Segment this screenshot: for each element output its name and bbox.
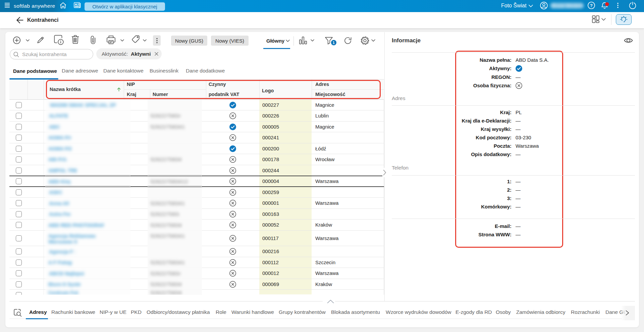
svg-text:?: ? — [590, 3, 593, 8]
